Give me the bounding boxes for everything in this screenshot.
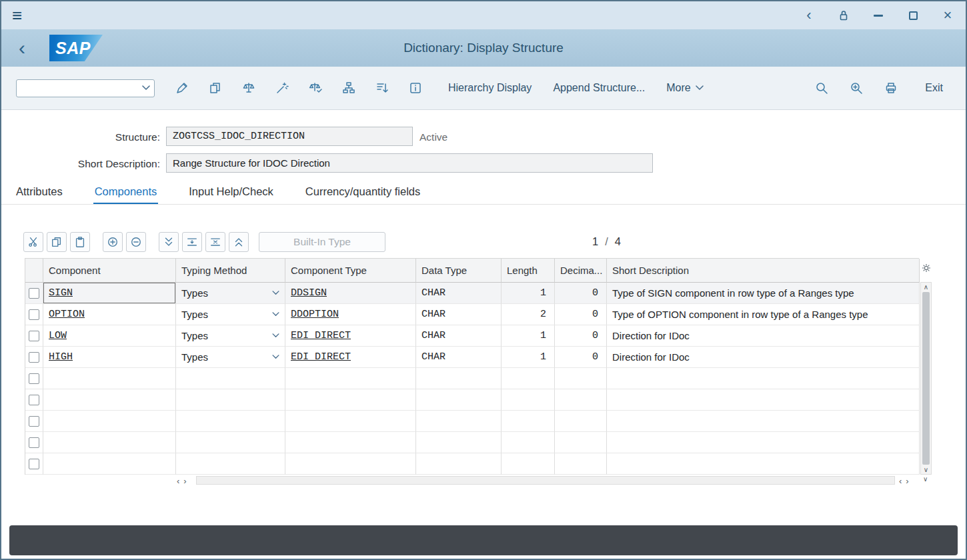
tab-components[interactable]: Components <box>93 180 159 205</box>
maximize-icon[interactable] <box>906 8 920 23</box>
sort-icon[interactable] <box>373 79 391 97</box>
column-header-length[interactable]: Length <box>502 259 555 283</box>
back-button[interactable]: ‹ <box>19 38 25 58</box>
hierarchy-icon[interactable] <box>340 79 357 97</box>
vertical-scrollbar[interactable]: ∧ ∨ <box>920 282 932 475</box>
append-structure-button[interactable]: Append Structure... <box>545 77 653 99</box>
component-type-cell <box>285 411 416 432</box>
copy-structure-icon[interactable] <box>207 79 224 97</box>
built-in-type-button[interactable]: Built-In Type <box>259 232 385 252</box>
insert-line-icon[interactable] <box>182 232 202 252</box>
sap-gui-window: ≡ ‹ × ‹ SAP Dictionary: Display Structur… <box>0 0 967 560</box>
typing-method-cell[interactable]: Types <box>176 325 285 347</box>
row-checkbox[interactable] <box>29 395 39 405</box>
data-type-cell: CHAR <box>416 325 502 347</box>
component-type-cell <box>285 453 416 475</box>
more-button[interactable]: More <box>658 77 711 99</box>
scroll-up-icon[interactable]: ∧ <box>924 283 928 291</box>
command-input[interactable] <box>17 80 138 97</box>
chevron-down-icon[interactable] <box>142 85 150 91</box>
column-header-select[interactable] <box>25 259 43 283</box>
data-type-cell <box>416 453 502 475</box>
delete-line-icon[interactable] <box>205 232 225 252</box>
column-header-data-type[interactable]: Data Type <box>416 259 502 283</box>
row-checkbox[interactable] <box>29 288 39 299</box>
row-checkbox[interactable] <box>29 437 39 448</box>
column-header-component-type[interactable]: Component Type <box>285 259 416 283</box>
structure-field[interactable]: ZOGTCSS_IDOC_DIRECTION <box>166 127 413 146</box>
component-cell <box>43 411 176 432</box>
component-link[interactable]: SIGN <box>49 287 73 299</box>
decimals-cell <box>555 411 607 432</box>
delete-row-icon[interactable] <box>126 232 146 252</box>
column-header-typing-method[interactable]: Typing Method <box>176 259 285 283</box>
runtime-object-icon[interactable] <box>307 79 324 97</box>
decimals-cell <box>555 368 607 389</box>
tab-input-help-check[interactable]: Input Help/Check <box>187 180 275 205</box>
paste-icon[interactable] <box>70 232 90 252</box>
column-header-decimals[interactable]: Decima... <box>555 259 607 283</box>
component-type-link[interactable]: DDSIGN <box>291 287 327 299</box>
component-type-link[interactable]: EDI_DIRECT <box>291 330 351 341</box>
command-field[interactable] <box>16 79 155 97</box>
copy-icon[interactable] <box>47 232 67 252</box>
row-checkbox[interactable] <box>29 416 39 427</box>
typing-method-cell <box>176 389 285 411</box>
structure-status: Active <box>419 131 447 143</box>
typing-method-cell[interactable]: Types <box>176 283 285 304</box>
component-link[interactable]: HIGH <box>49 351 73 363</box>
typing-method-cell[interactable]: Types <box>176 347 285 368</box>
row-checkbox[interactable] <box>29 459 39 469</box>
typing-method-cell <box>176 453 285 475</box>
close-icon[interactable]: × <box>940 8 955 23</box>
vertical-scroll-thumb[interactable] <box>922 292 930 465</box>
column-header-short-description[interactable]: Short Description <box>607 259 920 283</box>
display-change-icon[interactable] <box>173 79 191 97</box>
column-header-component[interactable]: Component <box>43 259 176 283</box>
cut-icon[interactable] <box>23 232 43 252</box>
lock-icon[interactable] <box>836 8 851 23</box>
hscroll-left-arrows[interactable]: ‹› <box>177 476 187 486</box>
typing-method-cell[interactable]: Types <box>176 304 285 325</box>
hierarchy-display-button[interactable]: Hierarchy Display <box>440 77 540 99</box>
where-used-icon[interactable] <box>273 79 291 97</box>
compare-icon[interactable] <box>240 79 257 97</box>
row-checkbox[interactable] <box>29 309 39 320</box>
component-type-link[interactable]: DDOPTION <box>291 309 339 320</box>
data-type-cell <box>416 411 502 432</box>
print-icon[interactable] <box>882 79 900 97</box>
scroll-corner-down-icon[interactable]: ∨ <box>923 475 928 483</box>
horizontal-scrollbar[interactable] <box>196 476 895 485</box>
decimals-cell <box>555 453 607 475</box>
page-up-icon[interactable] <box>229 232 249 252</box>
back-icon[interactable]: ‹ <box>802 8 816 23</box>
row-checkbox[interactable] <box>29 352 39 363</box>
row-checkbox[interactable] <box>29 331 39 341</box>
short-description-cell <box>607 411 920 432</box>
menu-hamburger-icon[interactable]: ≡ <box>12 7 22 24</box>
page-down-icon[interactable] <box>159 232 179 252</box>
component-link[interactable]: OPTION <box>49 309 85 320</box>
component-type-link[interactable]: EDI_DIRECT <box>291 351 351 363</box>
tab-currency-quantity-fields[interactable]: Currency/quantity fields <box>304 180 421 205</box>
component-link[interactable]: LOW <box>49 330 67 341</box>
search-next-icon[interactable] <box>848 79 865 97</box>
short-description-field[interactable]: Range Structure for IDOC Direction <box>166 153 653 173</box>
tab-attributes[interactable]: Attributes <box>15 180 64 205</box>
minimize-icon[interactable] <box>871 8 886 23</box>
length-cell <box>502 453 555 475</box>
exit-button[interactable]: Exit <box>917 77 951 99</box>
search-icon[interactable] <box>813 79 830 97</box>
row-select-cell <box>25 411 43 432</box>
decimals-cell <box>555 432 607 453</box>
component-cell <box>43 389 176 411</box>
scroll-down-icon[interactable]: ∨ <box>924 465 928 474</box>
information-icon[interactable] <box>407 79 424 97</box>
table-settings-gear-icon[interactable] <box>921 263 932 273</box>
insert-row-icon[interactable] <box>103 232 123 252</box>
row-checkbox[interactable] <box>29 373 39 384</box>
decimals-cell <box>555 389 607 411</box>
hscroll-right-arrows[interactable]: ‹› <box>899 476 909 486</box>
data-type-cell <box>416 432 502 453</box>
component-cell: HIGH <box>43 347 176 368</box>
